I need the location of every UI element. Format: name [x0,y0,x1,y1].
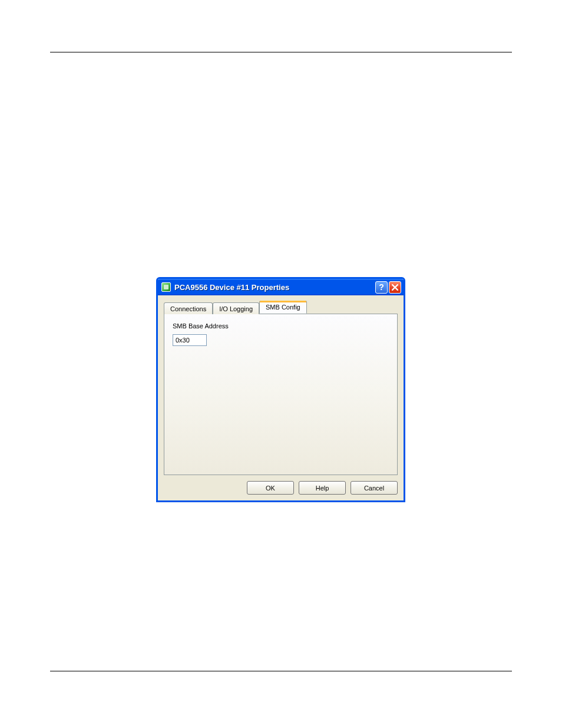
help-button[interactable]: Help [299,481,346,495]
dialog-body: Connections I/O Logging SMB Config SMB B… [158,295,404,500]
tabstrip: Connections I/O Logging SMB Config [164,300,398,314]
tab-io-logging[interactable]: I/O Logging [213,302,259,314]
smb-base-address-label: SMB Base Address [173,322,389,330]
app-icon [161,282,171,292]
properties-dialog: PCA9556 Device #11 Properties ? Connecti… [156,277,405,502]
titlebar-help-button[interactable]: ? [375,281,388,294]
titlebar-buttons: ? [375,281,401,294]
titlebar[interactable]: PCA9556 Device #11 Properties ? [158,279,404,295]
tab-connections[interactable]: Connections [164,302,213,314]
dialog-button-row: OK Help Cancel [164,475,398,495]
page-bottom-rule [50,671,512,671]
page-top-rule [50,52,512,52]
tab-panel-smb-config: SMB Base Address [164,314,398,475]
help-icon: ? [379,282,384,292]
ok-button[interactable]: OK [247,481,294,495]
tab-label: I/O Logging [219,305,253,312]
tab-label: Connections [170,305,206,312]
titlebar-close-button[interactable] [389,281,401,294]
tab-smb-config[interactable]: SMB Config [259,301,307,314]
tab-label: SMB Config [266,304,300,311]
smb-base-address-input[interactable] [173,334,207,346]
close-icon [392,284,398,291]
cancel-button[interactable]: Cancel [351,481,398,495]
titlebar-title: PCA9556 Device #11 Properties [174,283,375,292]
